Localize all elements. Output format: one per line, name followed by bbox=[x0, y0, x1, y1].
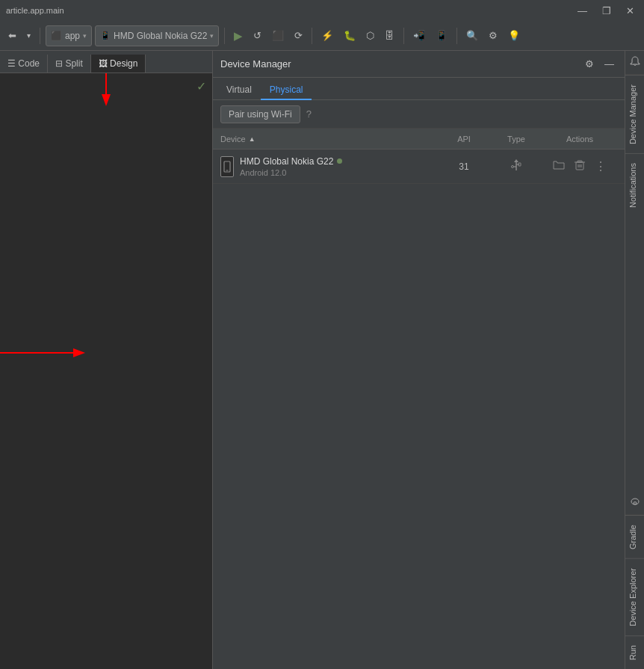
device-icon bbox=[220, 156, 234, 177]
attach-debugger-icon: 🐛 bbox=[344, 30, 356, 41]
red-arrow-top bbox=[84, 73, 129, 113]
database-inspector-icon: 🗄 bbox=[385, 30, 394, 41]
dm-settings-icon: ⚙ bbox=[585, 58, 594, 70]
tab-physical[interactable]: Physical bbox=[261, 81, 312, 100]
layout-inspector-button[interactable]: ⬡ bbox=[362, 27, 378, 44]
search-icon: 🔍 bbox=[466, 30, 478, 41]
main-layout: ☰ Code ⊟ Split 🖼 Design bbox=[0, 51, 644, 669]
pair-wifi-button[interactable]: Pair using Wi-Fi bbox=[220, 105, 300, 123]
profile-icon: ⚡ bbox=[321, 30, 333, 41]
tab-split[interactable]: ⊟ Split bbox=[48, 55, 91, 73]
device-api: 31 bbox=[438, 161, 490, 172]
sidebar-item-run[interactable]: Run bbox=[625, 635, 644, 669]
dm-minimize-icon: — bbox=[604, 58, 614, 70]
more-icon: ⋮ bbox=[595, 160, 607, 173]
device-manager-tabs: Virtual Physical bbox=[213, 78, 625, 100]
device-manager-header: Device Manager ⚙ — bbox=[213, 51, 625, 78]
navigate-back-button[interactable]: ⬅ bbox=[4, 27, 20, 44]
sidebar-item-gradle[interactable]: Gradle bbox=[625, 515, 644, 558]
checkmark-icon: ✓ bbox=[196, 79, 206, 93]
svg-marker-5 bbox=[514, 159, 518, 162]
column-header-actions: Actions bbox=[542, 135, 617, 144]
usb-icon bbox=[510, 158, 523, 172]
sort-arrow-icon: ▲ bbox=[249, 135, 256, 143]
table-row[interactable]: HMD Global Nokia G22 Android 12.0 31 bbox=[213, 149, 625, 184]
device-dropdown-arrow: ▾ bbox=[210, 32, 214, 40]
module-dropdown-arrow: ▾ bbox=[83, 32, 87, 40]
avd-manager-button[interactable]: 📱 bbox=[432, 27, 451, 44]
toolbar-sep-5 bbox=[456, 28, 457, 44]
column-header-type: Type bbox=[490, 135, 542, 144]
navigate-forward-button[interactable]: ▾ bbox=[23, 28, 34, 43]
android-icon: ⬛ bbox=[51, 31, 62, 41]
settings-button[interactable]: ⚙ bbox=[485, 27, 501, 44]
toolbar-sep-4 bbox=[403, 28, 404, 44]
svg-point-9 bbox=[512, 166, 514, 168]
device-more-button[interactable]: ⋮ bbox=[592, 158, 610, 175]
sync-icon: ⟳ bbox=[294, 30, 303, 41]
title-bar: article.app.main — ❐ ✕ bbox=[0, 0, 644, 21]
device-selector[interactable]: 📱 HMD Global Nokia G22 ▾ bbox=[95, 25, 219, 46]
maximize-button[interactable]: ❐ bbox=[598, 4, 615, 17]
device-table: Device ▲ API Type Actions bbox=[213, 129, 625, 669]
device-file-explorer-button[interactable] bbox=[550, 158, 568, 174]
help-icon[interactable]: ? bbox=[306, 108, 312, 120]
run-button[interactable]: ▶ bbox=[230, 26, 247, 46]
svg-rect-16 bbox=[578, 161, 582, 162]
sidebar-item-notifications[interactable]: Notifications bbox=[625, 153, 644, 217]
rerun-button[interactable]: ↺ bbox=[250, 27, 265, 44]
notifications-sidebar-label: Notifications bbox=[628, 163, 637, 208]
device-manager-button[interactable]: 📲 bbox=[409, 27, 429, 44]
tab-virtual[interactable]: Virtual bbox=[217, 81, 261, 100]
close-button[interactable]: ✕ bbox=[622, 4, 638, 17]
device-name-wrap: HMD Global Nokia G22 Android 12.0 bbox=[240, 156, 342, 177]
sidebar-item-device-explorer[interactable]: Device Explorer bbox=[625, 558, 644, 635]
design-tab-icon: 🖼 bbox=[99, 58, 108, 69]
device-actions: ⋮ bbox=[542, 158, 617, 175]
sidebar-item-device-manager[interactable]: Device Manager bbox=[625, 75, 644, 153]
editor-tabs: ☰ Code ⊟ Split 🖼 Design bbox=[0, 51, 212, 73]
dm-settings-button[interactable]: ⚙ bbox=[582, 57, 597, 71]
device-manager-sidebar-label: Device Manager bbox=[628, 84, 637, 144]
svg-point-18 bbox=[634, 502, 637, 505]
sidebar-turtle-icon[interactable] bbox=[625, 491, 644, 515]
column-header-api: API bbox=[438, 135, 490, 144]
database-inspector-button[interactable]: 🗄 bbox=[381, 27, 398, 44]
rerun-icon: ↺ bbox=[253, 30, 261, 41]
profile-button[interactable]: ⚡ bbox=[318, 27, 337, 44]
sidebar-notifications-icon[interactable] bbox=[625, 51, 644, 75]
device-type bbox=[490, 158, 542, 174]
phone-icon: 📱 bbox=[100, 31, 111, 40]
device-delete-button[interactable] bbox=[572, 158, 588, 174]
gradle-icon bbox=[630, 496, 640, 507]
help-icon: 💡 bbox=[508, 30, 520, 41]
module-selector[interactable]: ⬛ app ▾ bbox=[46, 25, 92, 46]
physical-tab-label: Physical bbox=[270, 84, 303, 95]
device-info: HMD Global Nokia G22 Android 12.0 bbox=[220, 156, 438, 177]
tab-design[interactable]: 🖼 Design bbox=[91, 55, 146, 73]
stop-button[interactable]: ⬛ bbox=[268, 27, 288, 44]
attach-debugger-button[interactable]: 🐛 bbox=[340, 27, 359, 44]
layout-inspector-icon: ⬡ bbox=[366, 30, 374, 41]
device-subtitle: Android 12.0 bbox=[240, 168, 342, 177]
dm-minimize-button[interactable]: — bbox=[601, 57, 617, 71]
run-sidebar-label: Run bbox=[628, 645, 637, 660]
window-controls: — ❐ ✕ bbox=[574, 4, 638, 17]
toolbar-sep-2 bbox=[224, 28, 225, 44]
table-header: Device ▲ API Type Actions bbox=[213, 129, 625, 149]
minimize-button[interactable]: — bbox=[574, 4, 591, 17]
column-header-device: Device ▲ bbox=[220, 135, 438, 144]
gradle-sidebar-label: Gradle bbox=[628, 525, 637, 549]
device-explorer-sidebar-label: Device Explorer bbox=[628, 568, 637, 626]
right-sidebar: Device Manager Notifications Gradle Devi… bbox=[625, 51, 644, 669]
run-icon: ▶ bbox=[234, 29, 243, 43]
editor-panel: ☰ Code ⊟ Split 🖼 Design bbox=[0, 51, 213, 669]
sync-button[interactable]: ⟳ bbox=[291, 27, 306, 44]
delete-icon bbox=[575, 160, 585, 170]
code-tab-label: Code bbox=[18, 58, 40, 69]
help-button[interactable]: 💡 bbox=[504, 27, 524, 44]
search-everywhere-button[interactable]: 🔍 bbox=[462, 27, 482, 44]
online-indicator bbox=[337, 158, 342, 164]
toolbar-sep-3 bbox=[312, 28, 312, 44]
tab-code[interactable]: ☰ Code bbox=[0, 55, 48, 73]
